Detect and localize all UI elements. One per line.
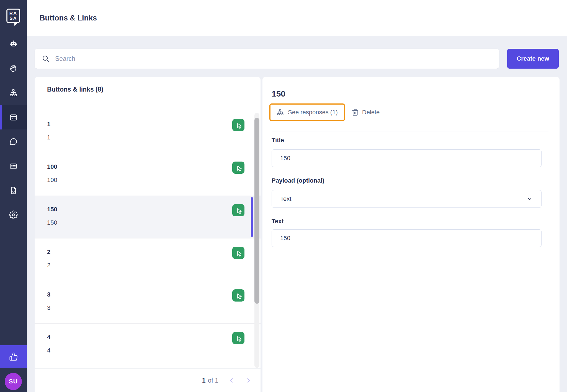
sidebar-item-sitemap[interactable] bbox=[0, 81, 27, 105]
previous-page-button[interactable] bbox=[228, 377, 235, 384]
hand-wave-icon bbox=[9, 64, 18, 73]
button-detail-panel: 150 See responses (1) Delete Title Paylo… bbox=[262, 77, 560, 392]
sidebar-item-settings[interactable] bbox=[0, 203, 27, 227]
cursor-icon bbox=[234, 292, 242, 299]
create-new-button[interactable]: Create new bbox=[507, 49, 559, 69]
list-item-subtitle: 1 bbox=[47, 134, 261, 141]
list-item-subtitle: 2 bbox=[47, 262, 261, 269]
list-pagination: 1of 1 bbox=[35, 368, 261, 392]
sitemap-icon bbox=[277, 109, 284, 116]
cursor-badge[interactable] bbox=[232, 162, 244, 174]
delete-button[interactable]: Delete bbox=[352, 109, 380, 116]
buttons-list-panel: Buttons & links (8) 1 1 100 100 150 150 … bbox=[35, 77, 261, 392]
list-heading: Buttons & links (8) bbox=[47, 86, 103, 93]
chevron-right-icon bbox=[245, 377, 252, 384]
page-of-label: of 1 bbox=[208, 377, 218, 384]
page-header: Buttons & Links bbox=[27, 0, 567, 36]
list-scrollbar-track bbox=[254, 113, 259, 368]
search-input[interactable] bbox=[55, 55, 499, 63]
cursor-badge[interactable] bbox=[232, 332, 244, 344]
payload-type-select[interactable]: Text bbox=[272, 190, 542, 208]
panel-icon bbox=[9, 113, 18, 122]
next-page-button[interactable] bbox=[245, 377, 252, 384]
see-responses-label: See responses (1) bbox=[288, 109, 338, 116]
title-field-label: Title bbox=[272, 137, 284, 144]
chevron-left-icon bbox=[228, 377, 235, 384]
list-item-subtitle: 3 bbox=[47, 304, 261, 311]
list-item-title: 150 bbox=[47, 206, 261, 213]
list-item[interactable]: 4 4 bbox=[35, 324, 261, 366]
gear-icon bbox=[9, 211, 18, 219]
search-bar bbox=[35, 49, 499, 69]
list-item[interactable]: 100 100 bbox=[35, 153, 261, 196]
selected-indicator bbox=[251, 197, 253, 237]
rasa-logo: RA SA bbox=[6, 8, 20, 27]
list-item-selected[interactable]: 150 150 bbox=[35, 196, 261, 238]
svg-text:RA: RA bbox=[9, 11, 17, 16]
text-field-label: Text bbox=[272, 218, 284, 225]
user-avatar[interactable]: SU bbox=[5, 373, 22, 390]
list-item-title: 4 bbox=[47, 334, 261, 341]
list-scrollbar-thumb[interactable] bbox=[254, 118, 259, 304]
list-item-subtitle: 4 bbox=[47, 347, 261, 354]
svg-text:SA: SA bbox=[9, 16, 17, 21]
sidebar-item-hand-wave[interactable] bbox=[0, 56, 27, 81]
delete-label: Delete bbox=[362, 109, 380, 116]
list-item-title: 2 bbox=[47, 248, 261, 256]
chevron-down-icon bbox=[526, 196, 533, 202]
page-indicator: 1of 1 bbox=[202, 377, 218, 384]
list-item[interactable]: 1 1 bbox=[35, 111, 261, 153]
sidebar-item-documents[interactable] bbox=[0, 178, 27, 203]
cursor-badge[interactable] bbox=[232, 247, 244, 259]
cursor-badge[interactable] bbox=[232, 289, 244, 302]
section-divider bbox=[272, 131, 548, 131]
payload-type-value: Text bbox=[280, 195, 291, 203]
list-item-subtitle: 100 bbox=[47, 176, 261, 184]
list-item-title: 1 bbox=[47, 121, 261, 128]
document-check-icon bbox=[9, 186, 18, 195]
text-input[interactable] bbox=[272, 229, 542, 247]
cursor-icon bbox=[234, 249, 242, 257]
detail-title: 150 bbox=[272, 89, 285, 98]
cursor-icon bbox=[234, 334, 242, 342]
search-icon bbox=[42, 55, 50, 63]
sidebar-item-buttons-links[interactable] bbox=[0, 105, 27, 129]
list-item-subtitle: 150 bbox=[47, 219, 261, 226]
payload-field-label: Payload (optional) bbox=[272, 177, 324, 184]
list-card-icon bbox=[9, 162, 18, 170]
buttons-list: 1 1 100 100 150 150 2 2 3 3 bbox=[35, 111, 261, 368]
cursor-badge[interactable] bbox=[232, 204, 244, 216]
list-item-title: 3 bbox=[47, 291, 261, 298]
feedback-button[interactable] bbox=[0, 345, 27, 368]
thumbs-up-icon bbox=[9, 352, 18, 361]
robot-icon bbox=[9, 40, 18, 49]
cursor-icon bbox=[234, 164, 242, 172]
chat-bubble-icon bbox=[9, 137, 18, 146]
list-item[interactable]: 3 3 bbox=[35, 281, 261, 324]
sitemap-icon bbox=[9, 89, 18, 97]
detail-actions: See responses (1) Delete bbox=[269, 103, 380, 121]
sidebar-item-list[interactable] bbox=[0, 154, 27, 178]
sidebar-item-conversations[interactable] bbox=[0, 129, 27, 154]
cursor-icon bbox=[234, 121, 242, 129]
sidebar: RA SA SU bbox=[0, 0, 27, 392]
list-item-title: 100 bbox=[47, 163, 261, 170]
trash-icon bbox=[352, 109, 359, 116]
current-page: 1 bbox=[202, 377, 206, 384]
see-responses-button[interactable]: See responses (1) bbox=[269, 103, 345, 121]
cursor-icon bbox=[234, 206, 242, 214]
list-item[interactable]: 2 2 bbox=[35, 238, 261, 281]
page-title: Buttons & Links bbox=[40, 0, 97, 36]
cursor-badge[interactable] bbox=[232, 119, 244, 131]
title-input[interactable] bbox=[272, 149, 542, 167]
sidebar-item-robot[interactable] bbox=[0, 32, 27, 56]
